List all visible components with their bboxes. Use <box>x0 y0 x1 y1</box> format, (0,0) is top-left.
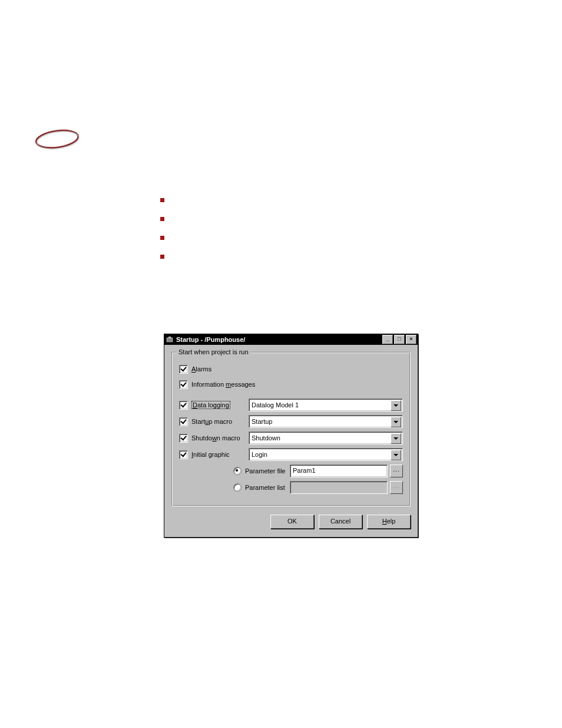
parameter-list-browse-button: ... <box>390 481 403 494</box>
svg-rect-2 <box>167 338 173 342</box>
initial-graphic-dropdown[interactable]: Login <box>249 448 403 461</box>
maximize-button[interactable]: □ <box>394 335 405 344</box>
bullet-icon <box>160 236 164 240</box>
alarms-checkbox[interactable] <box>179 365 188 374</box>
bullet-icon <box>160 198 164 202</box>
parameter-list-label: Parameter list <box>245 484 285 491</box>
titlebar[interactable]: Startup - /Pumphouse/ _ □ × <box>164 334 418 345</box>
parameter-file-input[interactable]: Param1 <box>290 465 388 477</box>
startup-macro-value: Startup <box>252 418 272 425</box>
svg-rect-3 <box>168 337 171 338</box>
shutdown-macro-value: Shutdown <box>252 434 280 442</box>
cancel-button[interactable]: Cancel <box>319 515 362 529</box>
dialog-button-row: OK Cancel Help <box>171 515 411 529</box>
info-messages-checkbox[interactable] <box>179 380 188 389</box>
data-logging-checkbox[interactable] <box>179 401 188 410</box>
bullet-list <box>160 198 164 274</box>
startup-dialog: Startup - /Pumphouse/ _ □ × Start when p… <box>164 334 418 538</box>
chevron-down-icon[interactable] <box>391 417 401 427</box>
close-button[interactable]: × <box>406 335 416 344</box>
bullet-icon <box>160 217 164 221</box>
shutdown-macro-checkbox[interactable] <box>179 434 188 443</box>
shutdown-macro-dropdown[interactable]: Shutdown <box>249 431 403 444</box>
parameter-file-value: Param1 <box>293 467 316 474</box>
help-button[interactable]: Help <box>367 515 411 529</box>
svg-point-1 <box>36 129 80 151</box>
startup-macro-label: Startup macro <box>191 418 232 425</box>
bullet-icon <box>160 255 164 259</box>
startup-macro-dropdown[interactable]: Startup <box>249 415 403 428</box>
minimize-button[interactable]: _ <box>382 335 393 344</box>
ok-button[interactable]: OK <box>270 515 314 529</box>
initial-graphic-checkbox[interactable] <box>179 450 188 459</box>
startup-macro-checkbox[interactable] <box>179 417 188 426</box>
logo-graphic <box>32 123 82 155</box>
startup-groupbox: Start when project is run Alarms Informa… <box>171 352 411 506</box>
parameter-list-input <box>290 481 388 494</box>
chevron-down-icon[interactable] <box>391 400 401 411</box>
app-icon <box>166 335 174 344</box>
data-logging-value: Datalog Model 1 <box>252 401 299 409</box>
data-logging-dropdown[interactable]: Datalog Model 1 <box>249 398 403 411</box>
chevron-down-icon[interactable] <box>391 433 401 444</box>
parameter-file-label: Parameter file <box>245 467 285 475</box>
data-logging-label: Data logging <box>191 401 230 409</box>
dialog-title: Startup - /Pumphouse/ <box>176 336 381 343</box>
parameter-file-radio[interactable] <box>233 467 242 475</box>
parameter-file-browse-button[interactable]: ... <box>390 465 403 477</box>
initial-graphic-value: Login <box>252 451 267 458</box>
dialog-body: Start when project is run Alarms Informa… <box>164 345 418 537</box>
parameter-list-radio[interactable] <box>233 483 242 492</box>
chevron-down-icon[interactable] <box>391 450 401 460</box>
shutdown-macro-label: Shutdown macro <box>191 434 240 442</box>
groupbox-legend: Start when project is run <box>177 348 250 355</box>
initial-graphic-label: Initial graphic <box>191 451 230 458</box>
info-messages-label: Information messages <box>191 381 255 388</box>
alarms-label: Alarms <box>191 365 211 373</box>
